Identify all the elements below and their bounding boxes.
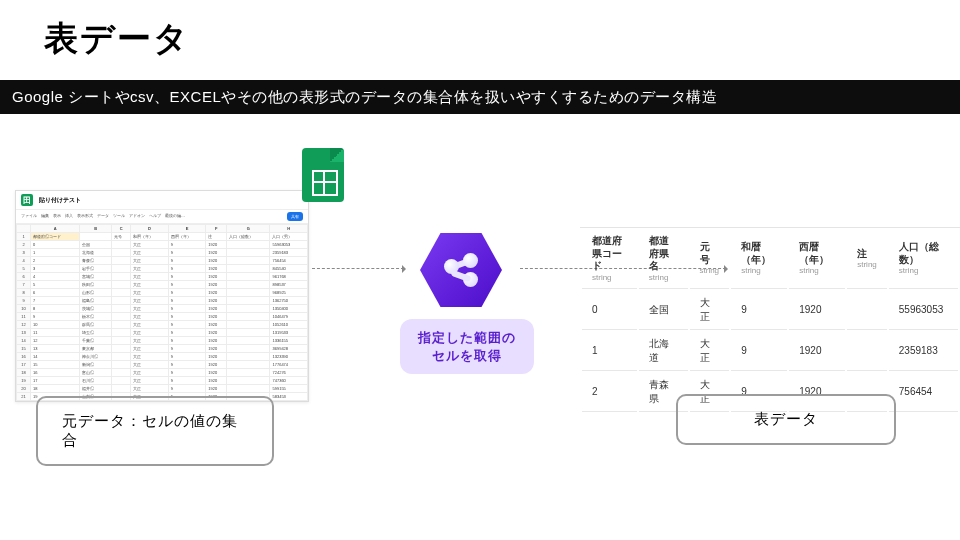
operation-label: 指定した範囲の セルを取得 [400, 319, 534, 374]
spreadsheet-thumbnail: 田 貼り付けテスト ファイル 編集 表示 挿入 表示形式 データ ツール アドオ… [15, 190, 309, 402]
pill-line2: セルを取得 [406, 347, 528, 365]
table-header: 注string [847, 230, 887, 289]
table-row: 0全国大正9192055963053 [582, 291, 958, 330]
table-header: 都道府県コードstring [582, 230, 637, 289]
google-sheets-file-icon [302, 148, 344, 202]
sheets-icon: 田 [21, 194, 33, 206]
table-header: 都道府県名string [639, 230, 688, 289]
share-button[interactable]: 共有 [287, 212, 303, 221]
table-header: 和暦（年）string [731, 230, 787, 289]
caption-result: 表データ [676, 394, 896, 445]
sheet-header: 田 貼り付けテスト [16, 191, 308, 210]
pill-line1: 指定した範囲の [406, 329, 528, 347]
result-table: 都道府県コードstring都道府県名string元号string和暦（年）str… [580, 227, 960, 414]
table-header: 西暦（年）string [789, 230, 845, 289]
slide: 表データ Google シートやcsv、EXCELやその他の表形式のデータの集合… [0, 0, 960, 540]
subtitle-bar: Google シートやcsv、EXCELやその他の表形式のデータの集合体を扱いや… [0, 80, 960, 114]
sheet-title: 貼り付けテスト [39, 197, 81, 204]
sheet-menu: ファイル 編集 表示 挿入 表示形式 データ ツール アドオン ヘルプ 最後の編… [16, 210, 308, 224]
processor-icon [420, 229, 502, 311]
caption-source: 元データ：セルの値の集合 [36, 396, 274, 466]
arrow-left-icon [312, 268, 404, 269]
table-row: 1北海道大正919202359183 [582, 332, 958, 371]
table-header: 元号string [690, 230, 730, 289]
table-header: 人口（総数）string [889, 230, 958, 289]
page-title: 表データ [44, 16, 190, 62]
sheet-grid: ABCDEFGH1都道府県コード元号和暦（年）西暦（年）注人口（総数）人口（男）… [16, 224, 308, 401]
